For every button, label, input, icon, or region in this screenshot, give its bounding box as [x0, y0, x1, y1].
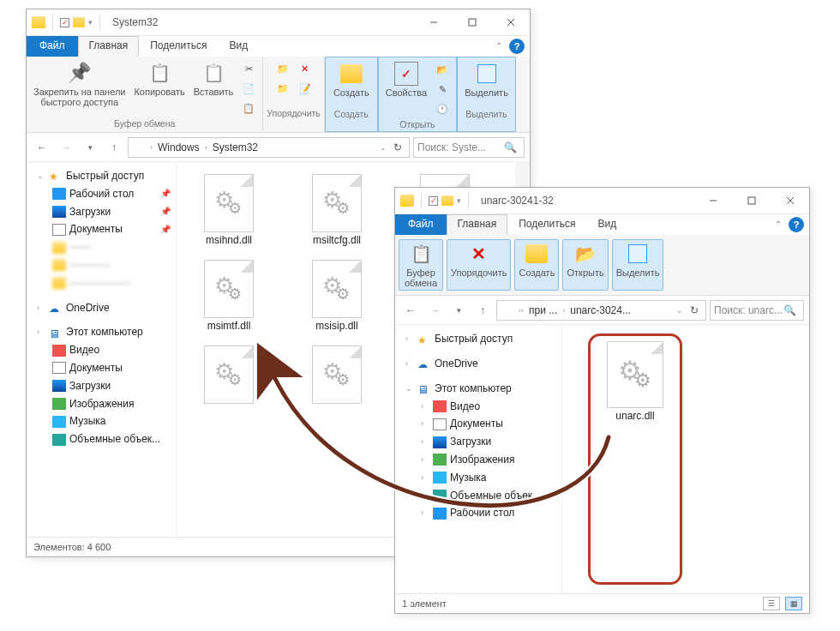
copyto-button[interactable]: 📁 [273, 79, 293, 98]
back-button[interactable]: ← [32, 137, 52, 158]
recent-dropdown-icon[interactable]: ▾ [80, 137, 100, 158]
nav-3dobjects[interactable]: Объемные объек... [28, 430, 174, 448]
clipboard-button[interactable]: Буфер обмена [399, 239, 443, 291]
breadcrumb-dropdown-icon[interactable]: ⌄ [676, 306, 683, 315]
qat-dropdown-icon[interactable]: ▾ [88, 18, 93, 27]
refresh-button[interactable]: ↻ [388, 141, 407, 153]
maximize-button[interactable] [732, 188, 771, 214]
close-button[interactable] [771, 188, 809, 214]
file-item[interactable] [290, 342, 384, 407]
navigation-pane[interactable]: ›Быстрый доступ ›OneDrive ⌄Этот компьюте… [395, 325, 562, 593]
nav-downloads2[interactable]: Загрузки [28, 377, 174, 395]
file-tab[interactable]: Файл [27, 36, 78, 57]
copy-button[interactable]: Копировать [130, 59, 188, 99]
chevron-right-icon[interactable]: › [561, 306, 566, 315]
nav-documents2[interactable]: Документы [28, 359, 174, 377]
nav-quick-access[interactable]: ›Быстрый доступ [397, 330, 560, 348]
search-input[interactable]: Поиск: Syste... 🔍 [413, 137, 525, 158]
moveto-button[interactable]: 📁 [273, 59, 293, 78]
delete-button[interactable]: ✕ [295, 59, 315, 78]
file-item[interactable]: msihnd.dll [182, 171, 276, 249]
search-icon[interactable]: 🔍 [504, 141, 517, 153]
view-tab[interactable]: Вид [218, 36, 259, 57]
help-icon[interactable]: ? [789, 217, 804, 232]
nav-onedrive[interactable]: ›OneDrive [397, 355, 560, 373]
refresh-button[interactable]: ↻ [685, 304, 704, 316]
file-item[interactable]: msisip.dll [290, 256, 384, 335]
nav-documents[interactable]: ›Документы [397, 415, 560, 433]
organize-button[interactable]: ✕ Упорядочить [447, 239, 511, 291]
recent-dropdown-icon[interactable]: ▾ [448, 300, 469, 321]
qat-dropdown-icon[interactable]: ▾ [457, 196, 461, 205]
breadcrumb-2[interactable]: unarc-3024... [567, 304, 633, 316]
titlebar[interactable]: ✓ ▾ unarc-30241-32 [395, 188, 809, 214]
file-item[interactable]: msimtf.dll [182, 256, 276, 335]
forward-button[interactable]: → [56, 137, 76, 158]
minimize-button[interactable] [693, 188, 732, 214]
nav-downloads[interactable]: ›Загрузки [397, 433, 560, 451]
file-tab[interactable]: Файл [395, 214, 447, 235]
history-button[interactable]: 🕐 [432, 99, 453, 118]
nav-blurred-item[interactable]: —————— [28, 274, 174, 292]
breadcrumb-1[interactable]: при ... [526, 304, 560, 316]
maximize-button[interactable] [453, 9, 491, 36]
view-tab[interactable]: Вид [586, 214, 627, 235]
open-button[interactable]: Открыть [562, 239, 608, 291]
nav-downloads[interactable]: Загрузки📌 [28, 203, 174, 221]
qat-properties-icon[interactable]: ✓ [429, 196, 438, 206]
file-item-unarc[interactable]: unarc.dll [588, 334, 682, 585]
breadcrumb-windows[interactable]: Windows [155, 141, 202, 153]
minimize-button[interactable] [414, 9, 453, 36]
search-icon[interactable]: 🔍 [783, 304, 796, 316]
nav-video[interactable]: Видео [28, 341, 174, 359]
breadcrumb-box[interactable]: › Windows › System32 ⌄ ↻ [128, 137, 410, 158]
nav-thispc[interactable]: ⌄Этот компьютер [397, 380, 560, 398]
file-item[interactable] [182, 342, 276, 407]
rename-button[interactable]: 📝 [295, 79, 315, 98]
nav-pictures[interactable]: ›Изображения [397, 451, 560, 469]
navigation-pane[interactable]: ⌄Быстрый доступ Рабочий стол📌 Загрузки📌 … [27, 162, 177, 537]
nav-pictures[interactable]: Изображения [28, 395, 174, 413]
pin-quickaccess-button[interactable]: Закрепить на панели быстрого доступа [30, 59, 129, 109]
cut-button[interactable]: ✂ [238, 59, 259, 78]
share-tab[interactable]: Поделиться [139, 36, 218, 57]
details-view-button[interactable]: ☰ [763, 597, 780, 610]
nav-quick-access[interactable]: ⌄Быстрый доступ [28, 167, 174, 185]
copypath-button[interactable]: 📄 [238, 79, 259, 98]
qat-properties-icon[interactable]: ✓ [60, 18, 69, 27]
paste-button[interactable]: Вставить [190, 59, 237, 99]
file-item[interactable]: msiltcfg.dll [290, 171, 384, 249]
icons-view-button[interactable]: ▦ [785, 597, 802, 610]
home-tab[interactable]: Главная [78, 36, 140, 57]
nav-documents[interactable]: Документы📌 [28, 220, 174, 238]
create-button[interactable]: Создать [514, 239, 559, 291]
help-icon[interactable]: ? [509, 39, 525, 54]
share-tab[interactable]: Поделиться [507, 214, 586, 235]
breadcrumb-system32[interactable]: System32 [210, 141, 261, 153]
file-list[interactable]: unarc.dll [562, 325, 809, 593]
up-button[interactable]: ↑ [472, 300, 493, 321]
collapse-ribbon-icon[interactable]: ⌃ [492, 36, 509, 57]
open-button[interactable]: 📂 [432, 60, 453, 79]
nav-desktop[interactable]: Рабочий стол📌 [28, 185, 174, 203]
edit-button[interactable]: ✎ [432, 80, 453, 99]
nav-blurred-item[interactable]: ———— [28, 256, 174, 274]
up-button[interactable]: ↑ [104, 137, 124, 158]
select-button[interactable]: Выделить [612, 239, 664, 291]
select-button[interactable]: Выделить [461, 60, 512, 99]
nav-music[interactable]: ›Музыка [397, 469, 560, 487]
nav-onedrive[interactable]: ›OneDrive [28, 299, 174, 317]
forward-button[interactable]: → [424, 300, 445, 321]
qat-newfolder-icon[interactable] [441, 195, 453, 206]
close-button[interactable] [491, 9, 530, 36]
chevron-right-icon[interactable]: › [149, 143, 153, 152]
create-button[interactable]: Создать [329, 60, 374, 99]
paste-shortcut-button[interactable]: 📋 [238, 99, 259, 117]
nav-blurred-item[interactable]: —— [28, 238, 174, 256]
nav-video[interactable]: ›Видео [397, 398, 560, 416]
nav-desktop[interactable]: ›Рабочий стол [397, 504, 560, 522]
chevron-right-icon[interactable]: › [204, 143, 208, 152]
properties-button[interactable]: Свойства [382, 60, 430, 99]
breadcrumb-dropdown-icon[interactable]: ⌄ [380, 143, 387, 152]
search-input[interactable]: Поиск: unarc... 🔍 [710, 300, 804, 321]
